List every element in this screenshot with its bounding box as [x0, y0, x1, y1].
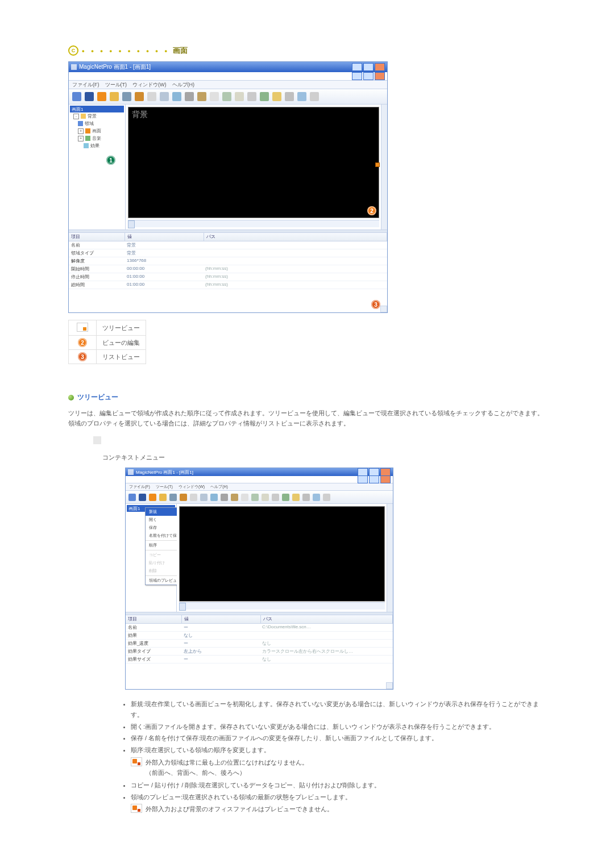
canvas[interactable]: 背景 2 — [128, 107, 379, 218]
list-row[interactable]: 効果_速度ーなし — [126, 640, 393, 648]
toolbar-icon[interactable] — [231, 494, 238, 501]
toolbar-icon[interactable] — [272, 494, 279, 501]
toolbar-icon[interactable] — [235, 92, 244, 101]
cell: なし — [181, 632, 260, 639]
list-row[interactable]: 開始時間00:00:00(hh:mm:ss) — [69, 265, 387, 273]
toolbar-icon[interactable] — [135, 92, 144, 101]
menu-help[interactable]: ヘルプ(H) — [172, 81, 195, 89]
horizontal-scrollbar[interactable] — [179, 602, 385, 610]
resize-handle-icon[interactable] — [375, 162, 380, 167]
mdi-minimize-button[interactable] — [352, 72, 362, 80]
close-button[interactable] — [380, 468, 391, 476]
toolbar-icon[interactable] — [221, 494, 228, 501]
canvas[interactable] — [179, 506, 385, 602]
col-header[interactable]: 項目 — [126, 615, 182, 623]
list-view-pane: 項目 値 パス 名前背景 領域タイプ背景 解像度1366*768 開始時間00:… — [69, 233, 387, 312]
maximize-button[interactable] — [369, 468, 379, 476]
list-row[interactable]: 効果タイプ左上からカラースクロール左から右へスクロールし… — [126, 648, 393, 656]
mdi-restore-button[interactable] — [363, 72, 374, 80]
toolbar-icon[interactable] — [260, 92, 269, 101]
menu-file[interactable]: ファイル(F) — [72, 81, 99, 89]
toolbar-icon[interactable] — [247, 92, 256, 101]
callout-badge-1: 1 — [106, 156, 115, 165]
list-row[interactable]: 効果サイズーなし — [126, 656, 393, 663]
col-header[interactable]: 値 — [125, 233, 204, 241]
toolbar-icon[interactable] — [302, 494, 310, 501]
toolbar-icon[interactable] — [149, 494, 156, 501]
toolbar-icon[interactable] — [110, 92, 119, 101]
toolbar-icon[interactable] — [159, 494, 167, 501]
col-header[interactable]: パス — [261, 615, 393, 623]
tree-node[interactable]: +画面 — [70, 127, 124, 135]
toolbar-icon[interactable] — [197, 92, 206, 101]
toolbar-icon[interactable] — [147, 92, 156, 101]
toolbar-icon[interactable] — [210, 92, 219, 101]
menu-file[interactable]: ファイル(F) — [129, 484, 150, 490]
vertical-scrollbar[interactable] — [381, 105, 387, 229]
menu-window[interactable]: ウィンドウ(W) — [179, 484, 205, 490]
tree-node[interactable]: -背景 — [70, 112, 124, 120]
scroll-thumb[interactable] — [179, 603, 186, 611]
close-button[interactable] — [375, 63, 385, 71]
menu-help[interactable]: ヘルプ(H) — [210, 484, 228, 490]
toolbar-icon[interactable] — [292, 494, 300, 501]
list-row[interactable]: 停止時間01:00:00(hh:mm:ss) — [69, 273, 387, 281]
tree-node[interactable]: +音楽 — [70, 135, 124, 142]
horizontal-scrollbar[interactable] — [128, 220, 379, 227]
toolbar-icon[interactable] — [172, 92, 181, 101]
vertical-scrollbar[interactable] — [387, 504, 393, 612]
toolbar-icon[interactable] — [310, 92, 319, 101]
toolbar-icon[interactable] — [323, 494, 330, 501]
toolbar-icon[interactable] — [128, 494, 136, 501]
toolbar-icon[interactable] — [282, 494, 289, 501]
mdi-close-button[interactable] — [375, 72, 385, 80]
toolbar-icon[interactable] — [190, 494, 197, 501]
mdi-close-button[interactable] — [380, 475, 391, 483]
menu-tool[interactable]: ツール(T) — [105, 81, 127, 89]
list-row[interactable]: 名前ーC:\Documents\file.scn… — [126, 624, 393, 632]
list-row[interactable]: 総時間01:00:00(hh:mm:ss) — [69, 281, 387, 289]
mdi-restore-button[interactable] — [369, 475, 379, 483]
tree-node[interactable]: 効果 — [70, 142, 124, 149]
minimize-button[interactable] — [352, 63, 362, 71]
toolbar-icon[interactable] — [262, 494, 269, 501]
list-row[interactable]: 領域タイプ背景 — [69, 249, 387, 257]
toolbar-icon[interactable] — [160, 92, 169, 101]
toolbar-icon[interactable] — [180, 494, 187, 501]
context-menu-explanation-list: 新規:現在作業している画面ビューを初期化します。保存されていない変更がある場合に… — [119, 699, 546, 815]
list-row[interactable]: 解像度1366*768 — [69, 257, 387, 265]
mdi-minimize-button[interactable] — [358, 475, 368, 483]
toolbar-icon[interactable] — [169, 494, 177, 501]
toolbar-icon[interactable] — [200, 494, 208, 501]
toolbar-icon[interactable] — [210, 494, 218, 501]
toolbar-icon[interactable] — [272, 92, 281, 101]
col-header[interactable]: 項目 — [69, 233, 125, 241]
toolbar-icon[interactable] — [313, 494, 320, 501]
toolbar-icon[interactable] — [97, 92, 106, 101]
menu-window[interactable]: ウィンドウ(W) — [132, 81, 167, 89]
subsection-title: ツリービュー — [77, 393, 118, 402]
toolbar-icon[interactable] — [139, 494, 146, 501]
col-header[interactable]: 値 — [182, 615, 261, 623]
scroll-thumb[interactable] — [128, 220, 135, 228]
toolbar-icon[interactable] — [122, 92, 131, 101]
toolbar-icon[interactable] — [72, 92, 81, 101]
tree-twisty-icon[interactable]: - — [73, 114, 79, 119]
minimize-button[interactable] — [358, 468, 368, 476]
toolbar-icon[interactable] — [251, 494, 259, 501]
list-row[interactable]: 効果なし — [126, 632, 393, 640]
toolbar-icon[interactable] — [241, 494, 248, 501]
tree-twisty-icon[interactable]: + — [78, 136, 84, 141]
col-header[interactable]: パス — [204, 233, 387, 241]
toolbar-icon[interactable] — [297, 92, 306, 101]
toolbar-icon[interactable] — [285, 92, 294, 101]
tree-node[interactable]: 領域 — [70, 120, 124, 127]
toolbar-icon[interactable] — [85, 92, 94, 101]
toolbar-icon[interactable] — [185, 92, 194, 101]
canvas-bg-label: 背景 — [128, 107, 379, 122]
list-row[interactable]: 名前背景 — [69, 241, 387, 249]
toolbar-icon[interactable] — [222, 92, 231, 101]
tree-twisty-icon[interactable]: + — [78, 128, 84, 134]
maximize-button[interactable] — [363, 63, 374, 71]
menu-tool[interactable]: ツール(T) — [156, 484, 173, 490]
